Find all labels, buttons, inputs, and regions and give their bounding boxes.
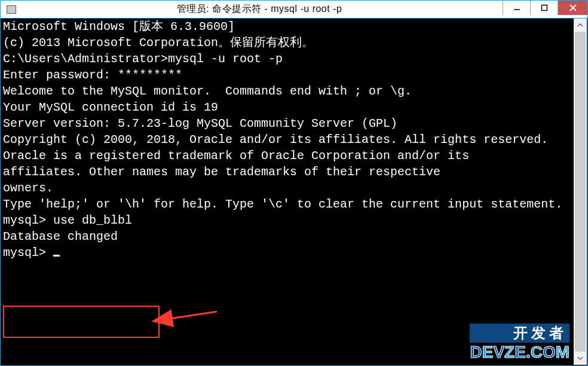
console-window: 管理员: 命令提示符 - mysql -u root -p Microsoft … xyxy=(0,0,588,366)
app-icon xyxy=(7,5,16,14)
vertical-scrollbar[interactable] xyxy=(574,19,587,365)
minimize-icon xyxy=(513,4,520,11)
terminal-line: Type 'help;' or '\h' for help. Type '\c'… xyxy=(3,196,573,212)
chevron-down-icon xyxy=(577,356,583,360)
terminal-output[interactable]: Microsoft Windows [版本 6.3.9600](c) 2013 … xyxy=(3,19,573,363)
terminal-line: Your MySQL connection id is 19 xyxy=(3,99,573,115)
maximize-icon xyxy=(541,4,548,11)
terminal-line: Server version: 5.7.23-log MySQL Communi… xyxy=(3,115,573,132)
close-icon xyxy=(569,4,577,11)
terminal-line: (c) 2013 Microsoft Corporation。保留所有权利。 xyxy=(3,35,573,51)
terminal-line: Database changed xyxy=(3,228,573,245)
terminal-line: affiliates. Other names may be trademark… xyxy=(3,164,573,180)
terminal-line: Copyright (c) 2000, 2018, Oracle and/or … xyxy=(3,132,573,148)
minimize-button[interactable] xyxy=(503,1,530,15)
terminal-line: Welcome to the MySQL monitor. Commands e… xyxy=(3,83,573,99)
window-title: 管理员: 命令提示符 - mysql -u root -p xyxy=(16,3,503,16)
window-controls xyxy=(503,1,587,18)
cursor xyxy=(53,255,60,257)
titlebar[interactable]: 管理员: 命令提示符 - mysql -u root -p xyxy=(1,1,587,19)
scroll-up-button[interactable] xyxy=(574,19,587,32)
maximize-button[interactable] xyxy=(530,1,558,15)
svg-rect-1 xyxy=(541,5,547,11)
terminal-line: Oracle is a registered trademark of Orac… xyxy=(3,148,573,164)
close-button[interactable] xyxy=(558,1,587,15)
terminal-line: Microsoft Windows [版本 6.3.9600] xyxy=(3,19,573,35)
terminal-line: mysql> use db_blbl xyxy=(3,212,573,228)
scrollbar-thumb[interactable] xyxy=(575,32,586,352)
chevron-up-icon xyxy=(577,23,583,27)
terminal-line: owners. xyxy=(3,180,573,196)
scroll-down-button[interactable] xyxy=(574,352,587,365)
terminal-line: Enter password: ********* xyxy=(3,67,573,83)
scrollbar-track[interactable] xyxy=(574,32,587,352)
terminal-line: C:\Users\Administrator>mysql -u root -p xyxy=(3,51,573,67)
terminal-line: mysql> xyxy=(3,245,573,261)
